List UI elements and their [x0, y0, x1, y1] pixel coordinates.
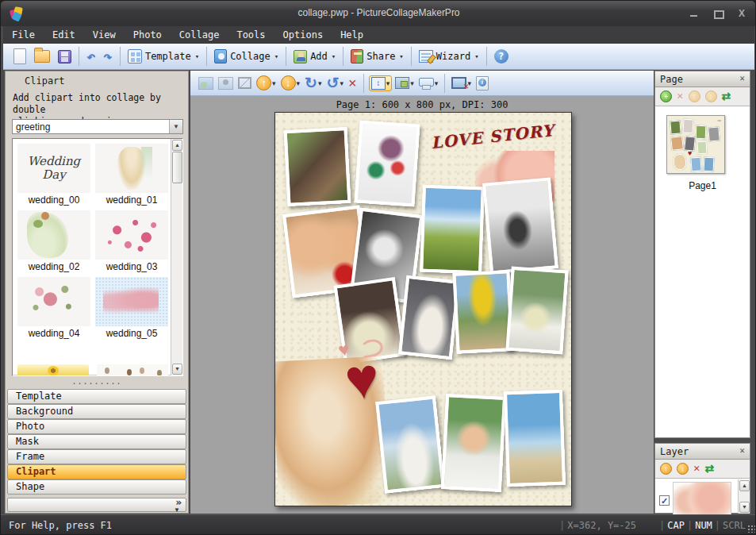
close-button[interactable]: X: [736, 8, 747, 19]
menu-tools[interactable]: Tools: [228, 26, 274, 44]
refresh-pages-button[interactable]: ⇄: [722, 90, 731, 103]
swap-photo-button[interactable]: [197, 76, 215, 90]
collage-photo-family-beach[interactable]: [504, 390, 566, 487]
align-button[interactable]: ▾: [393, 76, 416, 90]
menu-view[interactable]: View: [84, 26, 125, 44]
window-title: collage.pwp - PictureCollageMakerPro: [1, 7, 756, 18]
add-button[interactable]: Add▾: [290, 48, 340, 65]
fit-page-button-active[interactable]: ↕▾: [369, 75, 393, 91]
clipart-item-wedding_05-selected[interactable]: wedding_05: [95, 277, 168, 339]
scroll-down-icon[interactable]: ▼: [172, 364, 182, 375]
chevron-down-icon[interactable]: ▼: [169, 120, 182, 133]
menu-photo[interactable]: Photo: [125, 26, 171, 44]
refresh-layers-button[interactable]: ⇄: [705, 462, 715, 475]
bring-forward-button[interactable]: ↑▾: [255, 75, 278, 91]
accordion-photo[interactable]: Photo: [7, 419, 186, 434]
collage-page[interactable]: LOVE STORY ♥ ♥: [274, 112, 572, 506]
template-button[interactable]: Template▾: [124, 48, 203, 65]
clipart-item-wedding_01[interactable]: wedding_01: [95, 144, 168, 206]
share-button[interactable]: Share▾: [347, 48, 408, 65]
resize-button[interactable]: ▾: [417, 79, 440, 88]
collage-photo-bw-beach-man[interactable]: [482, 177, 558, 274]
add-person-photo-button[interactable]: [217, 76, 235, 90]
mini-love-story-text: ~~: [717, 119, 721, 123]
toolbar-separator: [79, 47, 79, 66]
delete-layer-button[interactable]: ×: [693, 463, 700, 475]
rose-layer-thumbnail: [673, 482, 731, 515]
clipart-item-wedding_00[interactable]: WeddingDay wedding_00: [17, 144, 90, 206]
chevron-down-icon[interactable]: ▼: [174, 506, 180, 514]
menu-options[interactable]: Options: [274, 26, 332, 44]
help-icon: ?: [494, 49, 508, 64]
love-story-title[interactable]: LOVE STORY: [430, 121, 555, 152]
open-button[interactable]: [30, 48, 54, 64]
preview-button[interactable]: ▾: [450, 76, 473, 90]
accordion-template[interactable]: Template: [7, 389, 186, 404]
collage-photo-yellow-shirt-beach[interactable]: [452, 270, 513, 354]
redo-button[interactable]: ↷: [99, 48, 116, 65]
resize-grip[interactable]: [747, 525, 755, 533]
rotate-ccw-button[interactable]: ↺▾: [325, 75, 345, 92]
menu-edit[interactable]: Edit: [44, 26, 84, 44]
page-up-button[interactable]: ↑: [689, 90, 700, 102]
clipart-scrollbar[interactable]: ▲ ▼: [171, 139, 182, 375]
menu-file[interactable]: File: [3, 26, 44, 44]
close-icon[interactable]: ×: [739, 445, 745, 457]
scroll-up-icon[interactable]: ▲: [739, 480, 750, 491]
clipart-item-wedding_03[interactable]: wedding_03: [95, 210, 168, 272]
panel-splitter[interactable]: ·········: [6, 379, 188, 388]
chevron-down-icon: ▾: [340, 79, 343, 87]
collage-photo-couple-garden[interactable]: [420, 185, 485, 275]
layer-row-rose[interactable]: ✓: [657, 481, 738, 516]
layer-visibility-checkbox[interactable]: ✓: [659, 495, 670, 506]
scroll-down-icon[interactable]: ▼: [739, 502, 750, 513]
help-button[interactable]: ?: [490, 48, 512, 65]
collage-button[interactable]: Collage▾: [210, 48, 282, 65]
delete-button[interactable]: ×: [347, 75, 359, 92]
clipart-category-select[interactable]: greeting ▼: [12, 119, 183, 134]
bride-dress-art: [117, 147, 146, 190]
properties-button[interactable]: [474, 75, 490, 91]
accordion-clipart-selected[interactable]: Clipart: [7, 464, 186, 479]
clipart-item-wedding_04[interactable]: wedding_04: [17, 277, 90, 339]
add-label: Add: [310, 51, 328, 62]
page-down-button[interactable]: ↓: [705, 90, 717, 102]
clipart-label: wedding_04: [17, 326, 90, 339]
crop-button[interactable]: [236, 76, 253, 90]
collage-photo-kissing-couple[interactable]: [284, 127, 351, 206]
clipart-item-wedding_02[interactable]: wedding_02: [17, 210, 90, 272]
layer-scrollbar[interactable]: ▲ ▼: [738, 479, 750, 514]
heart-clipart[interactable]: ♥: [342, 349, 382, 410]
accordion-mask[interactable]: Mask: [7, 434, 186, 449]
close-icon[interactable]: ×: [739, 73, 745, 85]
open-folder-icon: [34, 50, 50, 63]
rotate-cw-button[interactable]: ↻▾: [303, 75, 323, 92]
sunflower-art[interactable]: [17, 364, 89, 376]
undo-button[interactable]: ↶: [83, 48, 99, 65]
layer-down-button[interactable]: ↓: [677, 463, 689, 475]
delete-page-button[interactable]: ×: [677, 90, 684, 102]
page1-thumbnail[interactable]: ~~ ♥: [666, 115, 725, 174]
collage-photo-bride-white[interactable]: [505, 267, 568, 355]
collage-photo-shopping-couple[interactable]: [354, 120, 420, 206]
save-button[interactable]: [54, 48, 75, 65]
accordion-frame[interactable]: Frame: [7, 449, 186, 464]
collage-photo-beach-kiss[interactable]: [375, 395, 445, 493]
collage-photo-bride-dark[interactable]: [398, 275, 460, 360]
scroll-up-icon[interactable]: ▲: [172, 140, 182, 151]
scrollbar-thumb[interactable]: [172, 152, 182, 183]
accordion-background[interactable]: Background: [7, 404, 186, 419]
add-page-button[interactable]: +: [660, 90, 672, 102]
collage-photo-bride-smiling[interactable]: [441, 394, 506, 492]
send-backward-button[interactable]: ↓▾: [279, 75, 302, 91]
layer-up-button[interactable]: ↑: [660, 463, 672, 475]
maximize-button[interactable]: [712, 8, 723, 19]
accordion-shape[interactable]: Shape: [7, 479, 186, 495]
wizard-button[interactable]: Wizard▾: [415, 48, 483, 64]
menu-help[interactable]: Help: [332, 26, 372, 44]
minimize-button[interactable]: [689, 8, 700, 19]
new-button[interactable]: [10, 47, 30, 66]
small-figures-art[interactable]: [97, 364, 168, 376]
menu-bar: File Edit View Photo Collage Tools Optio…: [3, 26, 754, 44]
menu-collage[interactable]: Collage: [171, 26, 228, 44]
